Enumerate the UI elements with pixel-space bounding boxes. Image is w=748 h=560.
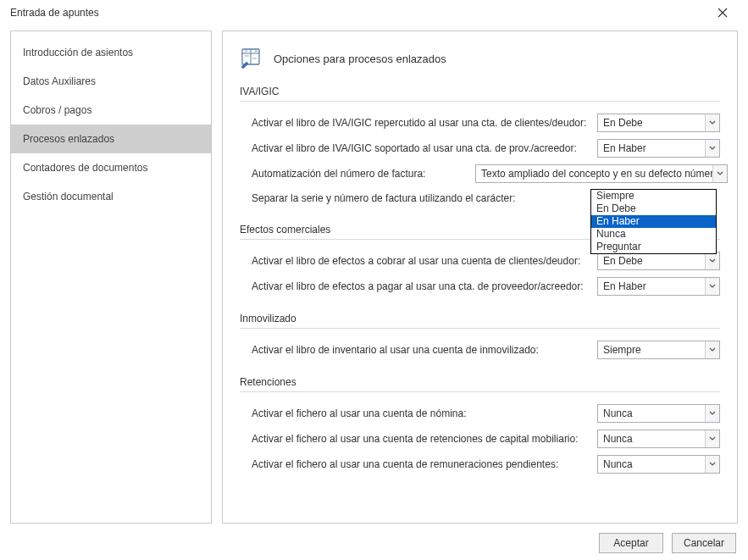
combo-value: Texto ampliado del concepto y en su defe… — [476, 168, 712, 180]
combo-value: En Debe — [598, 255, 705, 267]
dialog-footer: Aceptar Cancelar — [599, 533, 736, 553]
combo-iva-soportado[interactable]: En Haber — [597, 139, 720, 158]
page-header: D H Opciones para procesos enlazados — [240, 47, 720, 70]
sidebar-item-contadores[interactable]: Contadores de documentos — [11, 153, 211, 182]
page-icon: D H — [240, 47, 263, 70]
label-efectos-pagar: Activar el libro de efectos a pagar al u… — [252, 280, 597, 292]
label-ret-nomina: Activar el fichero al usar una cuenta de… — [252, 408, 597, 419]
combo-value: En Haber — [598, 280, 705, 292]
section-title-iva: IVA/IGIC — [240, 86, 720, 102]
dropdown-option-selected[interactable]: En Haber — [591, 215, 716, 228]
sidebar-item-label: Gestión documental — [23, 191, 114, 202]
cancel-button[interactable]: Cancelar — [672, 533, 736, 553]
combo-value: Nunca — [598, 408, 705, 419]
sidebar-item-label: Contadores de documentos — [23, 162, 147, 174]
dropdown-option[interactable]: En Debe — [591, 202, 716, 215]
row-ret-remuneraciones: Activar el fichero al usar una cuenta de… — [240, 452, 720, 477]
button-label: Aceptar — [613, 537, 648, 549]
dropdown-option[interactable]: Nunca — [591, 228, 716, 241]
svg-text:D: D — [245, 49, 247, 53]
label-iva-repercutido: Activar el libro de IVA/IGIC repercutido… — [252, 117, 597, 129]
label-auto-factura: Automatización del número de factura: — [252, 168, 475, 180]
combo-value: En Debe — [598, 117, 705, 129]
sidebar-item-procesos-enlazados[interactable]: Procesos enlazados — [11, 125, 211, 153]
combo-value: Nunca — [598, 458, 705, 470]
row-ret-nomina: Activar el fichero al usar una cuenta de… — [240, 401, 720, 426]
sidebar-item-datos-auxiliares[interactable]: Datos Auxiliares — [11, 67, 211, 96]
sidebar-item-label: Introducción de asientos — [23, 47, 133, 58]
combo-efectos-cobrar[interactable]: En Debe — [597, 252, 720, 270]
close-icon — [718, 8, 728, 18]
chevron-down-icon — [705, 341, 719, 358]
chevron-down-icon — [705, 405, 719, 422]
dialog-body: Introducción de asientos Datos Auxiliare… — [0, 25, 748, 524]
chevron-down-icon — [712, 165, 727, 182]
close-button[interactable] — [706, 1, 740, 25]
label-inmovilizado: Activar el libro de inventario al usar u… — [252, 344, 597, 356]
button-label: Cancelar — [684, 537, 724, 549]
combo-inmovilizado[interactable]: Siempre — [597, 341, 720, 359]
dropdown-option[interactable]: Preguntar — [591, 241, 716, 253]
chevron-down-icon — [705, 252, 719, 269]
row-ret-capital: Activar el fichero al usar una cuenta de… — [240, 426, 720, 452]
combo-value: En Haber — [598, 142, 705, 154]
chevron-down-icon — [705, 140, 719, 157]
chevron-down-icon — [705, 114, 719, 131]
row-efectos-pagar: Activar el libro de efectos a pagar al u… — [240, 274, 720, 299]
sidebar-item-label: Datos Auxiliares — [23, 75, 96, 87]
dropdown-list-iva-soportado: Siempre En Debe En Haber Nunca Preguntar — [590, 189, 717, 254]
sidebar-item-introduccion[interactable]: Introducción de asientos — [11, 38, 211, 67]
titlebar: Entrada de apuntes — [0, 0, 748, 25]
row-iva-repercutido: Activar el libro de IVA/IGIC repercutido… — [240, 110, 720, 136]
page-title: Opciones para procesos enlazados — [274, 53, 446, 65]
sidebar-item-label: Procesos enlazados — [23, 133, 114, 145]
sidebar-item-label: Cobros / pagos — [23, 104, 91, 116]
label-efectos-cobrar: Activar el libro de efectos a cobrar al … — [252, 255, 597, 267]
label-ret-capital: Activar el fichero al usar una cuenta de… — [252, 433, 597, 445]
chevron-down-icon — [705, 456, 719, 473]
chevron-down-icon — [705, 278, 719, 295]
chevron-down-icon — [705, 430, 719, 447]
combo-iva-repercutido[interactable]: En Debe — [597, 114, 720, 132]
sidebar-item-gestion-documental[interactable]: Gestión documental — [11, 182, 211, 211]
section-title-inmovilizado: Inmovilizado — [240, 313, 720, 329]
dropdown-option[interactable]: Siempre — [591, 190, 716, 202]
combo-auto-factura[interactable]: Texto ampliado del concepto y en su defe… — [475, 164, 728, 183]
combo-value: Siempre — [598, 344, 705, 356]
content-panel: D H Opciones para procesos enlazados IVA… — [222, 30, 738, 524]
combo-efectos-pagar[interactable]: En Haber — [597, 277, 720, 296]
window-title: Entrada de apuntes — [10, 7, 99, 19]
combo-ret-remuneraciones[interactable]: Nunca — [597, 455, 720, 474]
combo-value: Nunca — [598, 433, 705, 445]
row-inmovilizado: Activar el libro de inventario al usar u… — [240, 337, 720, 363]
label-ret-remuneraciones: Activar el fichero al usar una cuenta de… — [252, 458, 597, 470]
row-iva-soportado: Activar el libro de IVA/IGIC soportado a… — [240, 136, 720, 161]
row-auto-factura: Automatización del número de factura: Te… — [240, 161, 720, 186]
label-iva-soportado: Activar el libro de IVA/IGIC soportado a… — [252, 142, 597, 154]
combo-ret-capital[interactable]: Nunca — [597, 430, 720, 448]
sidebar: Introducción de asientos Datos Auxiliare… — [10, 30, 212, 524]
svg-text:H: H — [255, 49, 258, 53]
accept-button[interactable]: Aceptar — [599, 533, 663, 553]
combo-ret-nomina[interactable]: Nunca — [597, 404, 720, 423]
section-title-retenciones: Retenciones — [240, 376, 720, 392]
sidebar-item-cobros-pagos[interactable]: Cobros / pagos — [11, 96, 211, 125]
